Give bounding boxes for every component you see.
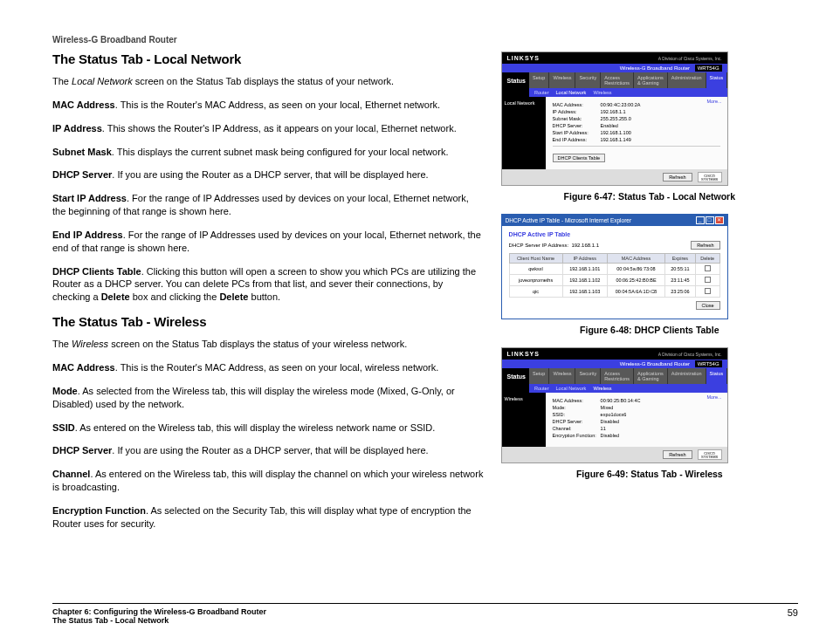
k: End IP Address: xyxy=(553,137,601,142)
tab-status[interactable]: Status xyxy=(706,368,728,384)
term: MAC Address xyxy=(52,362,115,373)
tab-apps[interactable]: Applications & Gaming xyxy=(634,368,668,384)
fig48-caption: Figure 6-48: DHCP Clients Table xyxy=(501,325,798,335)
txt: . As selected from the Wireless tab, thi… xyxy=(52,386,455,409)
tab-setup[interactable]: Setup xyxy=(529,368,549,384)
win-title: DHCP Active IP Table - Microsoft Interne… xyxy=(506,217,632,223)
refresh-button[interactable]: Refresh xyxy=(691,241,719,250)
term: Delete xyxy=(219,291,248,302)
tab-security[interactable]: Security xyxy=(575,368,601,384)
cell: 00:04:5a:86:73:08 xyxy=(607,264,664,275)
status-label: Status xyxy=(502,72,529,97)
delete-checkbox[interactable] xyxy=(705,265,711,271)
tab-status[interactable]: Status xyxy=(706,72,728,88)
s1-item-1: IP Address. This shows the Router's IP A… xyxy=(52,122,484,135)
tab-access[interactable]: Access Restrictions xyxy=(601,72,634,88)
v: Disabled xyxy=(601,419,619,424)
product-bar: Wireless-G Broadband Router WRT54G xyxy=(502,64,727,72)
v: 192.168.1.149 xyxy=(601,137,631,142)
fig49-caption: Figure 6-49: Status Tab - Wireless xyxy=(501,469,798,479)
col-del: Delete xyxy=(695,254,719,264)
delete-checkbox[interactable] xyxy=(705,277,711,283)
router-footer: Refresh CISCO SYSTEMS xyxy=(502,169,727,185)
subtab-router[interactable]: Router xyxy=(534,90,549,95)
tab-wireless[interactable]: Wireless xyxy=(549,72,575,88)
k: DHCP Server: xyxy=(553,123,601,128)
srv-label: DHCP Server IP Address: xyxy=(509,243,568,248)
refresh-button[interactable]: Refresh xyxy=(663,173,692,182)
k: MAC Address: xyxy=(553,398,601,403)
subtab-local[interactable]: Local Network xyxy=(556,386,587,391)
k: Channel: xyxy=(553,426,601,431)
minimize-icon[interactable]: _ xyxy=(696,216,705,224)
k: IP Address: xyxy=(553,109,601,114)
tab-admin[interactable]: Administration xyxy=(668,368,706,384)
section2-title: The Status Tab - Wireless xyxy=(52,314,484,329)
side-label: Wireless xyxy=(502,393,546,447)
term: End IP Address xyxy=(52,230,123,240)
col-host: Client Host Name xyxy=(509,254,562,264)
v: Disabled xyxy=(601,433,619,438)
close-icon[interactable]: ✕ xyxy=(715,216,724,224)
txt: . This is the Router's MAC Address, as s… xyxy=(115,99,440,110)
term: MAC Address xyxy=(52,99,115,110)
v: expo1docs6 xyxy=(601,412,627,417)
k: DHCP Server: xyxy=(553,419,601,424)
txt: . This shows the Router's IP Address, as… xyxy=(102,123,457,134)
delete-checkbox[interactable] xyxy=(705,288,711,294)
dhcp-clients-button[interactable]: DHCP Clients Table xyxy=(553,154,605,162)
cell: qic xyxy=(509,286,562,298)
cell: 00:04:5A:6A:1D:C8 xyxy=(607,286,664,298)
refresh-button[interactable]: Refresh xyxy=(663,450,692,459)
router-footer: Refresh CISCO SYSTEMS xyxy=(502,447,727,462)
figure-48: DHCP Active IP Table - Microsoft Interne… xyxy=(501,214,798,335)
s1-item-5: End IP Address. For the range of IP Addr… xyxy=(52,229,484,255)
figure-49: LINKSYS A Division of Cisco Systems, Inc… xyxy=(501,347,798,479)
txt: . This displays the current subnet mask … xyxy=(112,147,449,157)
model: WRT54G xyxy=(695,65,722,72)
tab-security[interactable]: Security xyxy=(575,72,601,88)
main-text-column: The Status Tab - Local Network The Local… xyxy=(52,51,484,541)
tab-wireless[interactable]: Wireless xyxy=(549,368,575,384)
txt: . If you are using the Router as a DHCP … xyxy=(112,169,428,180)
v: 11 xyxy=(601,426,606,431)
subtab-router[interactable]: Router xyxy=(534,386,549,391)
tab-admin[interactable]: Administration xyxy=(668,72,706,88)
subtab-wireless[interactable]: Wireless xyxy=(593,90,611,95)
maximize-icon[interactable]: □ xyxy=(706,216,714,224)
cell: qwksxl xyxy=(509,264,562,275)
more-link[interactable]: More... xyxy=(706,394,721,400)
cell: 23:25:06 xyxy=(665,286,696,298)
footer-section: The Status Tab - Local Network xyxy=(52,616,266,625)
section1-title: The Status Tab - Local Network xyxy=(52,51,484,66)
status-content: More... MAC Address:00:90:25:B0:14:4C Mo… xyxy=(546,393,727,447)
page-footer: Chapter 6: Configuring the Wireless-G Br… xyxy=(52,603,798,625)
txt: . If you are using the Router as a DHCP … xyxy=(112,445,428,456)
txt: button. xyxy=(248,291,280,302)
tab-setup[interactable]: Setup xyxy=(529,72,549,88)
brand: LINKSYS xyxy=(507,351,540,357)
k: Start IP Address: xyxy=(553,130,601,135)
cell: 20:55:11 xyxy=(665,264,696,275)
doc-header: Wireless-G Broadband Router xyxy=(52,35,798,45)
v: 00:90:25:B0:14:4C xyxy=(601,398,641,403)
subtab-wireless[interactable]: Wireless xyxy=(593,386,611,391)
brand: LINKSYS xyxy=(507,55,540,61)
close-button[interactable]: Close xyxy=(696,301,720,310)
tab-apps[interactable]: Applications & Gaming xyxy=(634,72,668,88)
tab-access[interactable]: Access Restrictions xyxy=(601,368,634,384)
more-link[interactable]: More... xyxy=(706,99,721,104)
t: Local Network xyxy=(72,76,133,86)
s2-item-5: Encryption Function. As selected on the … xyxy=(52,504,484,531)
txt: . As entered on the Wireless tab, this w… xyxy=(75,422,436,433)
v: Mixed xyxy=(601,405,614,410)
figure-47: LINKSYS A Division of Cisco Systems, Inc… xyxy=(501,51,798,202)
subtab-local[interactable]: Local Network xyxy=(556,90,587,95)
t: screen on the Status Tab displays the st… xyxy=(133,76,394,86)
col-mac: MAC Address xyxy=(607,254,664,264)
cell: 192.168.1.102 xyxy=(562,275,607,286)
t: Wireless xyxy=(72,339,108,349)
clients-table: Client Host Name IP Address MAC Address … xyxy=(509,253,720,298)
fig47-caption: Figure 6-47: Status Tab - Local Network xyxy=(501,191,798,202)
footer-chapter: Chapter 6: Configuring the Wireless-G Br… xyxy=(52,607,266,616)
